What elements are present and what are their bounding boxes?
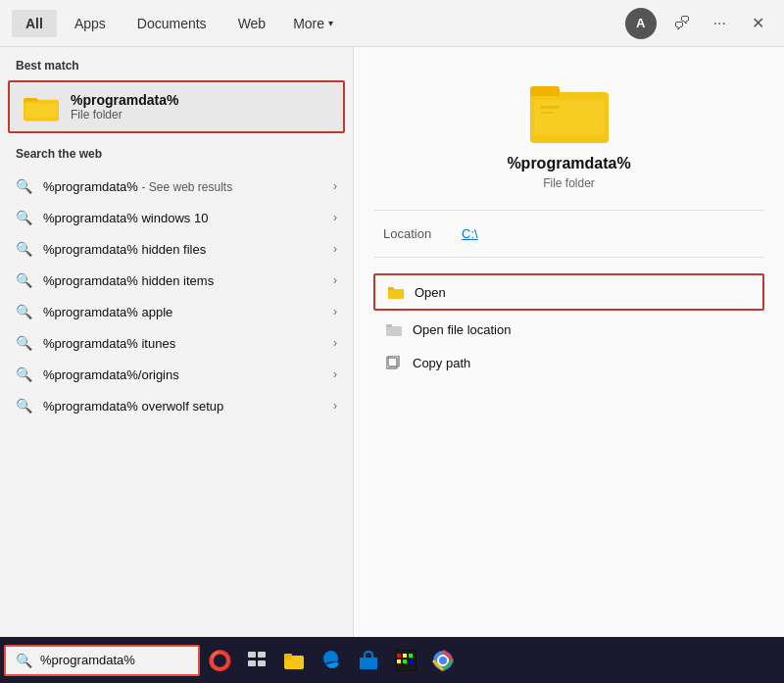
search-icon: 🔍 <box>16 304 33 319</box>
svg-rect-28 <box>403 654 407 658</box>
close-button[interactable]: ✕ <box>744 10 772 36</box>
chevron-right-icon: › <box>333 242 337 256</box>
search-icon: 🔍 <box>16 366 33 382</box>
file-explorer-icon[interactable] <box>276 643 312 678</box>
web-search-items: 🔍 %programdata% - See web results › 🔍 %p… <box>0 167 353 425</box>
tab-bar-right: A 🗪 ··· ✕ <box>625 8 772 39</box>
tab-web[interactable]: Web <box>224 10 280 37</box>
tab-apps[interactable]: Apps <box>61 10 120 37</box>
chevron-right-icon: › <box>333 211 337 224</box>
tab-more[interactable]: More ▾ <box>283 10 343 37</box>
svg-rect-23 <box>284 654 292 659</box>
svg-rect-32 <box>409 659 413 663</box>
search-box[interactable]: 🔍 <box>4 645 200 676</box>
edge-icon[interactable] <box>314 643 349 678</box>
chevron-right-icon: › <box>333 179 337 193</box>
action-list: Open Open file location <box>373 273 764 379</box>
location-value[interactable]: C:\ <box>462 226 478 241</box>
content-area: Best match %programdata% File folder Sea… <box>0 47 784 637</box>
svg-rect-9 <box>540 112 554 114</box>
task-view-icon[interactable] <box>239 643 274 678</box>
list-item[interactable]: 🔍 %programdata% itunes › <box>0 327 353 359</box>
search-icon: 🔍 <box>16 178 33 194</box>
left-panel: Best match %programdata% File folder Sea… <box>0 47 353 637</box>
location-label: Location <box>383 226 442 241</box>
search-icon-taskbar: 🔍 <box>16 653 32 668</box>
list-item[interactable]: 🔍 %programdata% apple › <box>0 296 353 327</box>
svg-rect-31 <box>403 659 407 663</box>
chrome-icon[interactable] <box>425 643 461 678</box>
tab-bar: All Apps Documents Web More ▾ A 🗪 ··· ✕ <box>0 0 784 47</box>
chevron-right-icon: › <box>333 336 337 350</box>
list-item[interactable]: 🔍 %programdata% windows 10 › <box>0 202 353 233</box>
svg-rect-24 <box>360 658 377 669</box>
search-input[interactable] <box>40 653 187 667</box>
feedback-icon[interactable]: 🗪 <box>668 11 696 36</box>
copy-icon <box>385 354 403 371</box>
svg-rect-29 <box>409 654 413 658</box>
divider <box>373 210 764 211</box>
open-folder-icon <box>387 283 405 301</box>
right-panel-title: %programdata% <box>507 155 630 172</box>
list-item[interactable]: 🔍 %programdata% hidden items › <box>0 265 353 296</box>
svg-point-35 <box>439 657 447 664</box>
svg-rect-20 <box>248 660 256 666</box>
list-item[interactable]: 🔍 %programdata% - See web results › <box>0 171 353 202</box>
svg-rect-19 <box>258 652 266 658</box>
list-item[interactable]: 🔍 %programdata% hidden files › <box>0 233 353 265</box>
chevron-right-icon: › <box>333 367 337 381</box>
web-search-label: Search the web <box>0 135 353 167</box>
best-match-type: File folder <box>71 108 178 122</box>
best-match-item[interactable]: %programdata% File folder <box>8 80 345 133</box>
action-open-label: Open <box>415 285 446 300</box>
search-panel: All Apps Documents Web More ▾ A 🗪 ··· ✕ … <box>0 0 784 637</box>
location-row: Location C:\ <box>373 226 764 241</box>
svg-rect-21 <box>258 660 266 666</box>
action-open-file-location-label: Open file location <box>413 322 511 337</box>
action-copy-path[interactable]: Copy path <box>373 346 764 379</box>
search-icon: 🔍 <box>16 210 33 225</box>
search-icon: 🔍 <box>16 335 33 351</box>
best-match-text: %programdata% File folder <box>71 92 178 122</box>
avatar[interactable]: A <box>625 8 657 39</box>
tab-all[interactable]: All <box>12 10 57 37</box>
right-panel: %programdata% File folder Location C:\ <box>353 47 784 637</box>
tab-documents[interactable]: Documents <box>123 10 220 37</box>
action-open-file-location[interactable]: Open file location <box>373 313 764 346</box>
taskbar: 🔍 ⭕ <box>0 637 784 683</box>
best-match-label: Best match <box>0 47 353 78</box>
folder-large-icon <box>530 76 609 143</box>
store-icon[interactable] <box>351 643 386 678</box>
svg-rect-3 <box>25 103 57 117</box>
chevron-right-icon: › <box>333 305 337 318</box>
divider-2 <box>373 257 764 258</box>
cortana-icon[interactable]: ⭕ <box>202 643 237 678</box>
xbox-icon[interactable] <box>388 643 423 678</box>
ellipsis-icon[interactable]: ··· <box>708 11 732 36</box>
action-open[interactable]: Open <box>373 273 764 311</box>
svg-rect-18 <box>248 652 256 658</box>
best-match-name: %programdata% <box>71 92 178 108</box>
list-item[interactable]: 🔍 %programdata%/origins › <box>0 359 353 390</box>
action-copy-path-label: Copy path <box>413 356 470 370</box>
svg-rect-12 <box>388 290 404 298</box>
svg-rect-7 <box>534 100 605 135</box>
right-panel-subtitle: File folder <box>543 176 595 190</box>
search-icon: 🔍 <box>16 272 33 288</box>
svg-rect-8 <box>540 106 560 109</box>
list-item[interactable]: 🔍 %programdata% overwolf setup › <box>0 390 353 421</box>
svg-rect-27 <box>397 654 401 658</box>
svg-rect-30 <box>397 659 401 663</box>
open-location-icon <box>385 320 403 338</box>
search-icon: 🔍 <box>16 398 33 414</box>
chevron-down-icon: ▾ <box>328 18 333 28</box>
search-icon: 🔍 <box>16 241 33 257</box>
chevron-right-icon: › <box>333 273 337 287</box>
chevron-right-icon: › <box>333 399 337 413</box>
svg-rect-15 <box>386 327 402 335</box>
folder-icon <box>24 92 59 122</box>
